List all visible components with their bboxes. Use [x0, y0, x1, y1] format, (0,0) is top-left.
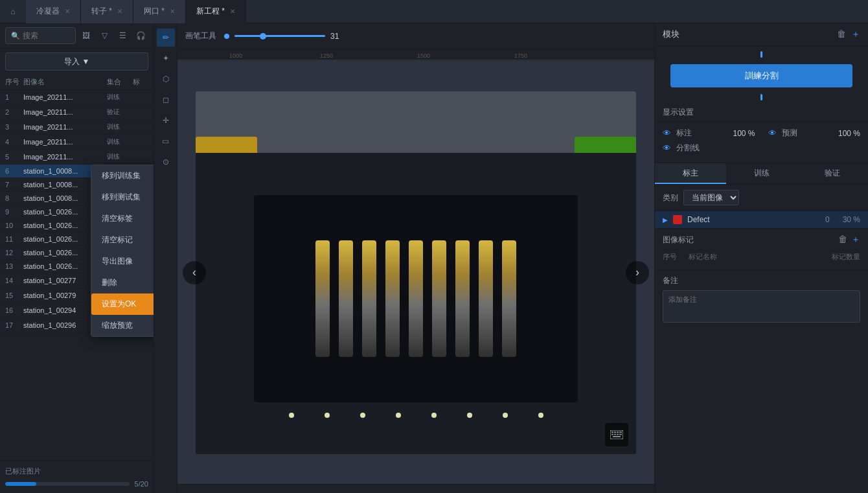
image-icon[interactable]: 🖼	[78, 28, 94, 43]
close-rotor-icon[interactable]: ✕	[117, 8, 122, 15]
footer-label: 已标注图片	[5, 466, 148, 476]
tab-rotor[interactable]: 转子 * ✕	[81, 0, 133, 23]
keyboard-icon-btn[interactable]	[605, 423, 628, 446]
close-new-project-icon[interactable]: ✕	[230, 8, 235, 15]
add-mark-icon[interactable]: ＋	[851, 234, 860, 246]
nav-next-button[interactable]: ›	[626, 261, 649, 284]
display-settings: 👁 标注 100 % 👁 预测 100 % 👁 分割线	[655, 122, 868, 163]
mark-eye-icon[interactable]: 👁	[663, 128, 671, 138]
predict-display-pct: 100 %	[838, 129, 860, 138]
context-move-test[interactable]: 移到测试集	[91, 187, 154, 208]
search-icon: 🔍	[11, 32, 20, 40]
mark-display-label: 标注	[676, 128, 727, 139]
home-button[interactable]: ⌂	[0, 0, 26, 23]
main-layout: 🔍 🖼 ▽ ☰ 🎧 导入 ▼ 序号 图像名 集合 标 1 Image_2021	[0, 23, 868, 493]
delete-module-icon[interactable]: 🗑	[837, 29, 846, 40]
defect-row: ▶ Defect 0 30 %	[655, 211, 868, 228]
segment-eye-icon[interactable]: 👁	[663, 143, 671, 153]
progress-wrap: 5/20	[5, 480, 148, 488]
header-seq: 序号	[5, 77, 23, 87]
toolbar-icons: 🖼 ▽ ☰ 🎧	[78, 28, 148, 43]
right-panel: 模块 🗑 ＋ 訓練分割 显示设置 👁 标注 100 %	[654, 23, 868, 493]
tab-condenser-label: 冷凝器	[36, 6, 60, 17]
brush-value: 31	[330, 32, 339, 41]
context-export-image[interactable]: 导出图像	[91, 251, 154, 272]
svg-rect-6	[611, 431, 613, 433]
list-item[interactable]: 4 Image_20211... 训练	[0, 135, 154, 150]
svg-text:1500: 1500	[417, 52, 430, 59]
class-label: 类别	[663, 192, 678, 203]
notes-label: 备注	[663, 275, 860, 286]
search-box[interactable]: 🔍	[5, 27, 76, 44]
list-icon[interactable]: ☰	[115, 28, 130, 43]
bottom-scrollbar[interactable]	[177, 484, 654, 493]
delete-mark-icon[interactable]: 🗑	[838, 234, 847, 246]
list-item-with-menu: 6 station_1_0008... 移到训练集 移到测试集 清空标签	[0, 165, 154, 178]
search-input[interactable]	[23, 31, 70, 40]
ruler-top: 1000 1250 1500 1750	[177, 49, 654, 61]
brush-tool-btn[interactable]: ✏	[157, 29, 175, 47]
progress-bar	[5, 482, 130, 486]
center-panel: 画笔工具 31 1000 1250 1500 1750 ‹	[177, 23, 654, 493]
right-header: 模块 🗑 ＋	[655, 23, 868, 46]
lasso-tool-btn[interactable]: ⊙	[157, 153, 175, 171]
segment-line-row: 👁 分割线	[663, 143, 860, 154]
import-button[interactable]: 导入 ▼	[5, 52, 148, 71]
tab-train[interactable]: 训练	[726, 163, 797, 184]
context-zoom-preview[interactable]: 缩放预览	[91, 315, 154, 336]
context-move-train[interactable]: 移到训练集	[91, 165, 154, 187]
context-menu: 移到训练集 移到测试集 清空标签 清空标记 导出图像 删除	[91, 165, 154, 337]
home-icon: ⌂	[10, 7, 15, 16]
close-network-icon[interactable]: ✕	[170, 8, 175, 15]
svg-rect-9	[619, 431, 622, 433]
add-module-icon[interactable]: ＋	[851, 29, 860, 40]
eraser-tool-btn[interactable]: ◻	[157, 91, 175, 109]
tab-new-project-label: 新工程 *	[196, 6, 225, 17]
tab-network[interactable]: 网口 * ✕	[133, 0, 186, 23]
select-tool-btn[interactable]: ✦	[157, 49, 175, 67]
list-item[interactable]: 2 Image_20211... 验证	[0, 105, 154, 120]
svg-text:1000: 1000	[229, 52, 242, 59]
notes-input[interactable]	[663, 290, 860, 323]
nav-prev-button[interactable]: ‹	[183, 261, 206, 284]
defect-pct: 30 %	[843, 215, 860, 224]
brush-slider-wrap: 31	[224, 32, 646, 41]
header-mark: 标	[133, 77, 148, 87]
context-delete[interactable]: 删除 Del	[91, 272, 154, 293]
filter-icon[interactable]: ▽	[97, 28, 112, 43]
headset-icon[interactable]: 🎧	[133, 28, 148, 43]
brush-size-slider[interactable]	[234, 35, 325, 37]
segment-button[interactable]: 訓練分割	[670, 64, 852, 87]
brush-dot	[224, 34, 229, 39]
left-panel: 🔍 🖼 ▽ ☰ 🎧 导入 ▼ 序号 图像名 集合 标 1 Image_2021	[0, 23, 154, 493]
col-seq-header: 序号	[663, 252, 689, 262]
mark-header: 图像标记 🗑 ＋	[663, 234, 860, 246]
mark-icons: 🗑 ＋	[838, 234, 860, 246]
right-header-icons: 🗑 ＋	[837, 29, 860, 40]
svg-rect-12	[617, 433, 619, 435]
tab-condenser[interactable]: 冷凝器 ✕	[26, 0, 81, 23]
defect-expand-icon[interactable]: ▶	[663, 216, 668, 224]
header-set: 集合	[107, 77, 133, 87]
list-item[interactable]: 3 Image_20211... 训练	[0, 120, 154, 135]
mark-display-pct: 100 %	[733, 129, 755, 138]
context-clear-marks[interactable]: 清空标记	[91, 229, 154, 251]
class-select[interactable]: 当前图像	[683, 190, 739, 205]
close-condenser-icon[interactable]: ✕	[65, 8, 70, 15]
list-item[interactable]: 1 Image_20211... 训练	[0, 90, 154, 105]
list-item[interactable]: 5 Image_20211... 训练	[0, 150, 154, 165]
crosshair-tool-btn[interactable]: ✛	[157, 111, 175, 130]
polygon-tool-btn[interactable]: ⬡	[157, 70, 175, 88]
segment-btn-wrap: 訓練分割	[655, 46, 868, 103]
tab-mark[interactable]: 标主	[655, 163, 726, 184]
predict-eye-icon[interactable]: 👁	[768, 128, 777, 138]
defect-name: Defect	[687, 215, 820, 224]
context-set-ok[interactable]: 设置为OK	[91, 293, 154, 315]
left-tools: ✏ ✦ ⬡ ◻ ✛ ▭ ⊙	[154, 23, 177, 493]
tab-new-project[interactable]: 新工程 * ✕	[186, 0, 246, 23]
image-area: ‹	[177, 61, 654, 484]
context-clear-labels[interactable]: 清空标签	[91, 208, 154, 229]
tab-validate[interactable]: 验证	[797, 163, 868, 184]
segment-line-label: 分割线	[676, 143, 700, 154]
rect-tool-btn[interactable]: ▭	[157, 132, 175, 150]
